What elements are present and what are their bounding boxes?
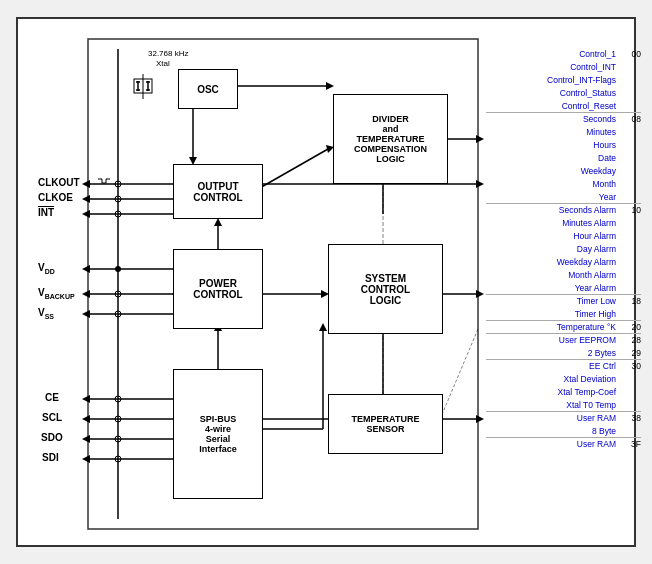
reg-addr: 00	[619, 49, 641, 59]
reg-name: Xtal Temp-Coef	[486, 387, 619, 397]
svg-marker-18	[82, 195, 90, 203]
reg-item: Minutes Alarm	[486, 216, 641, 229]
reg-name: Year	[486, 192, 619, 202]
svg-marker-66	[476, 415, 484, 423]
svg-marker-30	[82, 290, 90, 298]
int-overline: INT	[38, 207, 54, 218]
reg-item: Year	[486, 190, 641, 203]
svg-point-74	[115, 416, 121, 422]
reg-addr: 30	[619, 361, 641, 371]
svg-point-68	[115, 181, 121, 187]
divider-block: DIVIDERandTEMPERATURECOMPENSATIONLOGIC	[333, 94, 448, 184]
reg-item: Seconds Alarm 10	[486, 203, 641, 216]
svg-point-76	[115, 456, 121, 462]
reg-name: Hours	[486, 140, 619, 150]
svg-point-69	[115, 196, 121, 202]
xtal-label: Xtal	[156, 59, 170, 68]
vbackup-label: VBACKUP	[38, 287, 75, 300]
reg-item: Xtal Temp-Coef	[486, 385, 641, 398]
register-list: Control_1 00 Control_INT Control_INT-Fla…	[486, 47, 641, 450]
reg-item: Control_Status	[486, 86, 641, 99]
reg-item: Temperature °K 20	[486, 320, 641, 333]
reg-name: User RAM	[486, 413, 619, 423]
svg-point-75	[115, 436, 121, 442]
reg-name: Hour Alarm	[486, 231, 619, 241]
svg-point-73	[115, 396, 121, 402]
sdo-label: SDO	[41, 432, 63, 443]
reg-item: Control_INT-Flags	[486, 73, 641, 86]
svg-marker-10	[326, 82, 334, 90]
sdi-label: SDI	[42, 452, 59, 463]
reg-item: EE Ctrl 30	[486, 359, 641, 372]
svg-marker-46	[476, 135, 484, 143]
clkout-label: CLKOUT	[38, 177, 80, 188]
svg-marker-28	[82, 265, 90, 273]
ce-label: CE	[45, 392, 59, 403]
reg-item: Month Alarm	[486, 268, 641, 281]
reg-name: Minutes Alarm	[486, 218, 619, 228]
xtal-freq-label: 32.768 kHz	[148, 49, 188, 58]
reg-item: Xtal T0 Temp	[486, 398, 641, 411]
scl-label: SCL	[42, 412, 62, 423]
vdd-label: VDD	[38, 262, 55, 275]
svg-line-21	[258, 149, 328, 189]
spi-bus-block: SPI-BUS4-wireSerialInterface	[173, 369, 263, 499]
reg-item: Xtal Deviation	[486, 372, 641, 385]
svg-marker-50	[82, 415, 90, 423]
reg-name: EE Ctrl	[486, 361, 619, 371]
reg-item: User EEPROM 28	[486, 333, 641, 346]
reg-name: User EEPROM	[486, 335, 619, 345]
reg-item: User RAM 38	[486, 411, 641, 424]
system-control-block: SYSTEMCONTROLLOGIC	[328, 244, 443, 334]
reg-name: Timer Low	[486, 296, 619, 306]
int-label: INT	[38, 207, 54, 218]
reg-addr: 18	[619, 296, 641, 306]
reg-name: Day Alarm	[486, 244, 619, 254]
svg-marker-20	[82, 210, 90, 218]
reg-name: Date	[486, 153, 619, 163]
reg-name: Control_INT-Flags	[486, 75, 619, 85]
svg-marker-58	[214, 218, 222, 226]
svg-marker-38	[82, 310, 90, 318]
reg-addr: 08	[619, 114, 641, 124]
reg-item: 2 Bytes 29	[486, 346, 641, 359]
reg-item: Weekday	[486, 164, 641, 177]
reg-item: User RAM 3F	[486, 437, 641, 450]
reg-name: Month Alarm	[486, 270, 619, 280]
reg-addr: 20	[619, 322, 641, 332]
svg-line-67	[438, 329, 478, 424]
reg-item: Day Alarm	[486, 242, 641, 255]
reg-addr: 29	[619, 348, 641, 358]
svg-marker-24	[476, 180, 484, 188]
reg-item: Seconds 08	[486, 112, 641, 125]
svg-point-26	[115, 266, 121, 272]
svg-marker-52	[82, 435, 90, 443]
reg-item: Control_INT	[486, 60, 641, 73]
reg-name: Timer High	[486, 309, 619, 319]
reg-item: Minutes	[486, 125, 641, 138]
output-control-block: OUTPUTCONTROL	[173, 164, 263, 219]
vss-label: VSS	[38, 307, 54, 320]
diagram: 32.768 kHz Xtal OSC DIVIDERandTEMPERATUR…	[28, 29, 624, 535]
main-container: 32.768 kHz Xtal OSC DIVIDERandTEMPERATUR…	[16, 17, 636, 547]
reg-name: Seconds	[486, 114, 619, 124]
reg-addr: 3F	[619, 439, 641, 449]
reg-name: Xtal Deviation	[486, 374, 619, 384]
reg-name: Minutes	[486, 127, 619, 137]
reg-item: Year Alarm	[486, 281, 641, 294]
temp-sensor-block: TEMPERATURESENSOR	[328, 394, 443, 454]
reg-item: Control_Reset	[486, 99, 641, 112]
reg-name: Xtal T0 Temp	[486, 400, 619, 410]
reg-item: Weekday Alarm	[486, 255, 641, 268]
osc-block: OSC	[178, 69, 238, 109]
reg-item: Control_1 00	[486, 47, 641, 60]
reg-name: 2 Bytes	[486, 348, 619, 358]
reg-name: Control_1	[486, 49, 619, 59]
svg-marker-61	[319, 323, 327, 331]
reg-name: Year Alarm	[486, 283, 619, 293]
svg-marker-54	[82, 455, 90, 463]
reg-addr: 10	[619, 205, 641, 215]
reg-item: Date	[486, 151, 641, 164]
reg-item: Hours	[486, 138, 641, 151]
reg-addr: 28	[619, 335, 641, 345]
